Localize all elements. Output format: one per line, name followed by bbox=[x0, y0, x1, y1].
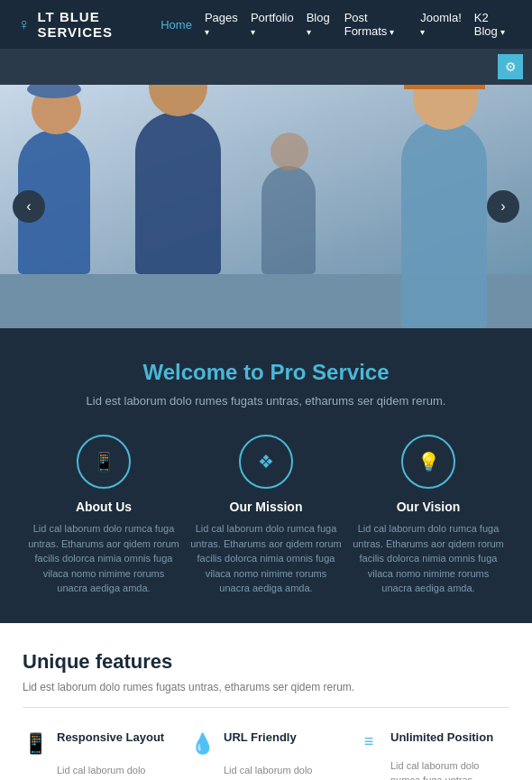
link-icon: 💧 bbox=[189, 732, 215, 756]
slider-next-button[interactable]: › bbox=[487, 190, 519, 223]
welcome-section: Welcome to Pro Service Lid est laborum d… bbox=[0, 328, 532, 623]
slider-prev-button[interactable]: ‹ bbox=[13, 190, 45, 223]
card-our-vision: 💡 Our Vision Lid cal laborum dolo rumca … bbox=[352, 435, 505, 596]
network-icon: ❖ bbox=[258, 451, 274, 473]
chevron-right-icon: › bbox=[500, 198, 505, 215]
hero-scene bbox=[0, 85, 532, 328]
features-grid: 📱 Responsive Layout Lid cal laborum dolo… bbox=[23, 730, 509, 781]
feature-responsive-desc: Lid cal laborum dolo numca fuga untras. … bbox=[23, 763, 176, 781]
nav-portfolio[interactable]: Portfolio bbox=[251, 11, 294, 38]
welcome-title-plain: Welcome to bbox=[142, 360, 263, 384]
card-our-vision-title: Our Vision bbox=[352, 500, 505, 514]
gear-icon: ⚙ bbox=[505, 60, 517, 74]
mobile-icon: 📱 bbox=[23, 732, 48, 756]
welcome-subtitle: Lid est laborum dolo rumes fugats untras… bbox=[27, 394, 505, 408]
lightbulb-icon: 💡 bbox=[417, 451, 440, 473]
feature-url-friendly: 💧 URL Friendly Lid cal laborum dolo numc… bbox=[189, 730, 343, 781]
nav-post-formats[interactable]: Post Formats bbox=[344, 11, 408, 38]
chevron-left-icon: ‹ bbox=[26, 198, 31, 215]
header: ♀ LT BLUE SERVICES Home Pages Portfolio … bbox=[0, 0, 532, 49]
feature-responsive-name: Responsive Layout bbox=[57, 730, 164, 744]
logo: ♀ LT BLUE SERVICES bbox=[18, 9, 161, 40]
welcome-title: Welcome to Pro Service bbox=[27, 360, 505, 385]
features-title: Unique features bbox=[23, 650, 509, 674]
card-our-mission-title: Our Mission bbox=[189, 500, 343, 514]
feature-unlimited-name: Unlimited Position bbox=[390, 730, 493, 744]
card-about-us-title: About Us bbox=[27, 500, 180, 514]
feature-unlimited-desc: Lid cal laborum dolo numca fuga untras. … bbox=[356, 758, 509, 781]
nav-joomla[interactable]: Joomla! bbox=[420, 11, 462, 38]
feature-responsive-layout: 📱 Responsive Layout Lid cal laborum dolo… bbox=[23, 730, 176, 781]
nav-blog[interactable]: Blog bbox=[307, 11, 332, 38]
logo-icon: ♀ bbox=[18, 15, 31, 34]
card-about-us: 📱 About Us Lid cal laborum dolo rumca fu… bbox=[27, 435, 180, 596]
features-subtitle: Lid est laborum dolo rumes fugats untras… bbox=[23, 681, 509, 708]
nav-pages[interactable]: Pages bbox=[205, 11, 238, 38]
hero-slider: ‹ › bbox=[0, 85, 532, 328]
main-nav: Home Pages Portfolio Blog Post Formats J… bbox=[161, 11, 514, 38]
settings-bar: ⚙ bbox=[0, 49, 532, 85]
card-about-us-text: Lid cal laborum dolo rumca fuga untras. … bbox=[27, 521, 180, 596]
feature-url-header: 💧 URL Friendly bbox=[189, 730, 343, 756]
card-our-vision-text: Lid cal laborum dolo rumca fuga untras. … bbox=[352, 521, 505, 596]
smartphone-icon: 📱 bbox=[93, 451, 115, 473]
card-our-mission: ❖ Our Mission Lid cal laborum dolo rumca… bbox=[189, 435, 343, 596]
features-section: Unique features Lid est laborum dolo rum… bbox=[0, 623, 532, 781]
our-vision-icon-wrap: 💡 bbox=[401, 435, 455, 489]
nav-home[interactable]: Home bbox=[161, 18, 192, 32]
our-mission-icon-wrap: ❖ bbox=[239, 435, 293, 489]
feature-unlimited-header: ≡ Unlimited Position bbox=[356, 730, 509, 751]
nav-k2blog[interactable]: K2 Blog bbox=[474, 11, 514, 38]
logo-text: LT BLUE SERVICES bbox=[38, 9, 161, 40]
menu-icon: ≡ bbox=[356, 732, 381, 751]
feature-url-desc: Lid cal laborum dolo numca fuga untras. … bbox=[189, 763, 343, 781]
settings-button[interactable]: ⚙ bbox=[498, 54, 523, 79]
cards-container: 📱 About Us Lid cal laborum dolo rumca fu… bbox=[27, 435, 505, 596]
welcome-title-highlight: Pro Service bbox=[270, 360, 389, 384]
feature-responsive-header: 📱 Responsive Layout bbox=[23, 730, 176, 756]
card-our-mission-text: Lid cal laborum dolo rumca fuga untras. … bbox=[189, 521, 343, 596]
about-us-icon-wrap: 📱 bbox=[77, 435, 131, 489]
feature-url-name: URL Friendly bbox=[224, 730, 297, 744]
feature-unlimited-position: ≡ Unlimited Position Lid cal laborum dol… bbox=[356, 730, 509, 781]
